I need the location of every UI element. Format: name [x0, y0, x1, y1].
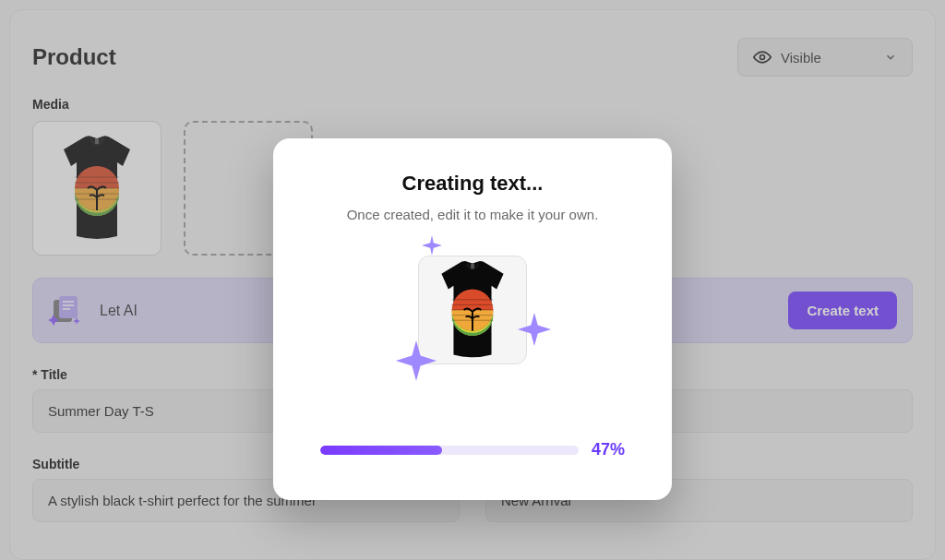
modal-overlay: Creating text... Once created, edit it t… [0, 0, 945, 560]
progress-wrap: 47% [301, 440, 644, 459]
modal-image-wrap: SUMMER DAY [403, 256, 542, 394]
progress-fill [320, 446, 442, 455]
svg-text:SUMMER: SUMMER [460, 292, 486, 299]
svg-rect-15 [471, 264, 474, 269]
creating-text-modal: Creating text... Once created, edit it t… [273, 138, 672, 500]
modal-subtitle: Once created, edit it to make it your ow… [347, 207, 599, 222]
progress-percent-label: 47% [592, 440, 625, 459]
sparkle-icon [422, 235, 442, 256]
sparkle-icon [518, 313, 551, 346]
svg-text:DAY: DAY [466, 299, 479, 305]
app-root: Product Visible Media [0, 0, 945, 560]
sparkle-icon [396, 340, 437, 381]
modal-title: Creating text... [402, 172, 544, 196]
tshirt-graphic: SUMMER DAY [428, 258, 517, 362]
progress-bar [320, 446, 579, 455]
